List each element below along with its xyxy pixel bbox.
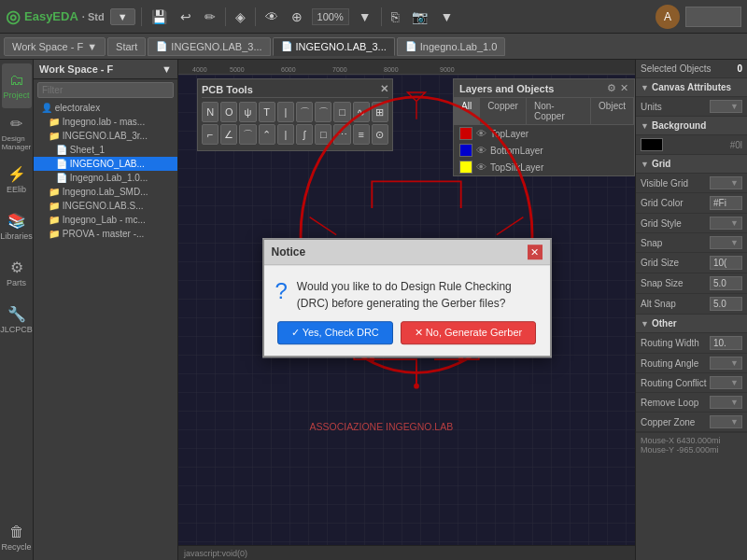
edit-icon[interactable]: ✏ — [201, 7, 219, 26]
sidebar-item-design[interactable]: ✏ DesignManager — [2, 110, 32, 155]
save-icon[interactable]: 💾 — [148, 7, 171, 26]
mouse-coords: Mouse-X 6430.000mi Mouse-Y -965.000mi — [636, 432, 747, 457]
sidebar-item-project[interactable]: 🗂 Project — [2, 63, 32, 108]
tree-item-8[interactable]: 📁 Ingegno_Lab - mc... — [34, 213, 177, 227]
alt-snap-value[interactable]: 5.0 — [710, 297, 742, 311]
workspace-dropdown-icon: ▼ — [87, 41, 97, 52]
tab-start[interactable]: Start — [107, 37, 146, 56]
grid-style-dropdown-icon: ▼ — [730, 218, 739, 228]
zoom-level[interactable]: 100% — [312, 8, 349, 25]
tree-item-3[interactable]: 📄 Sheet_1 — [34, 143, 177, 157]
grid-style-dropdown[interactable]: ▼ — [710, 217, 742, 230]
zoom-dropdown-icon[interactable]: ▼ — [355, 7, 375, 26]
eelib-label: EElib — [7, 185, 26, 194]
visible-grid-label: Visible Grid — [641, 178, 688, 189]
ruler-mark: 4000 — [192, 66, 207, 74]
workspace-dropdown[interactable]: Work Space - F ▼ — [4, 37, 106, 56]
grid-color-value[interactable]: #Fi — [710, 196, 742, 210]
routing-angle-label: Routing Angle — [641, 358, 698, 369]
jlcpcb-label: JLCPCB — [0, 325, 33, 334]
place-icon[interactable]: ◈ — [232, 7, 249, 26]
other-header: ▼ Other — [636, 315, 747, 333]
visible-grid-dropdown[interactable]: ▼ — [710, 176, 742, 189]
sidebar-item-eelib[interactable]: ⚡ EElib — [2, 157, 32, 202]
mouse-y-label: Mouse-Y — [641, 445, 674, 455]
app-title: EasyEDA — [24, 9, 78, 23]
recycle-label: Recycle — [2, 542, 32, 552]
tab-2[interactable]: 📄 INGEGNO.LAB_3... — [273, 37, 395, 56]
recycle-icon: 🗑 — [9, 524, 24, 540]
camera-icon[interactable]: 📷 — [408, 7, 431, 26]
copper-zone-dropdown[interactable]: ▼ — [710, 415, 742, 428]
notice-dialog-body: ? Would you like to do Design Rule Check… — [264, 265, 550, 321]
mouse-y-row: Mouse-Y -965.000mi — [641, 445, 742, 455]
canvas-attributes-header: ▼ Canvas Attributes — [636, 78, 747, 97]
sidebar-item-recycle[interactable]: 🗑 Recycle — [2, 515, 32, 560]
undo-icon[interactable]: ↩ — [176, 7, 195, 26]
sidebar-item-parts[interactable]: ⚙ Parts — [2, 250, 32, 295]
svg-line-9 — [310, 217, 337, 235]
snap-dropdown-icon: ▼ — [730, 238, 739, 247]
libraries-label: Libraries — [0, 231, 33, 241]
notice-no-btn[interactable]: ✕ No, Generate Gerber — [401, 321, 536, 344]
tab-3[interactable]: 📄 Ingegno.Lab_1.0 — [397, 37, 506, 56]
routing-angle-dropdown-icon: ▼ — [730, 358, 739, 368]
tree-item-9[interactable]: 📁 PROVA - master -... — [34, 227, 177, 241]
topbar: ◎ EasyEDA · Std ▼ 💾 ↩ ✏ ◈ 👁 ⊕ 100% ▼ ⎘ 📷… — [0, 0, 747, 34]
snap-dropdown[interactable]: ▼ — [710, 236, 742, 249]
snap-size-val: 5.0 — [713, 278, 726, 288]
routing-angle-dropdown[interactable]: ▼ — [710, 357, 742, 370]
routing-conflict-dropdown[interactable]: ▼ — [710, 376, 742, 389]
grid-label: Grid — [652, 159, 671, 169]
notice-dialog-header: Notice ✕ — [264, 240, 550, 265]
routing-conflict-label: Routing Conflict — [641, 378, 707, 388]
background-color-swatch[interactable] — [641, 138, 663, 151]
jlcpcb-icon: 🔧 — [7, 305, 26, 323]
zoom-in-icon[interactable]: ⊕ — [288, 7, 306, 26]
remove-loop-dropdown[interactable]: ▼ — [710, 396, 742, 409]
tree-item-1[interactable]: 📁 Ingegno.lab - mas... — [34, 115, 177, 129]
remove-loop-label: Remove Loop — [641, 398, 698, 408]
notice-close-btn[interactable]: ✕ — [528, 245, 543, 259]
tree-item-0[interactable]: 👤 electoralex — [34, 101, 177, 115]
tree-item-4[interactable]: 📄 INGEGNO_LAB... — [34, 157, 177, 171]
routing-conflict-dropdown-icon: ▼ — [730, 378, 739, 387]
avatar[interactable]: A — [655, 5, 680, 29]
grid-size-value[interactable]: 10( — [710, 256, 742, 270]
tab1-label: INGEGNO.LAB_3... — [171, 41, 261, 52]
topbar-search-input[interactable] — [685, 7, 741, 27]
sidebar-item-libraries[interactable]: 📚 Libraries — [2, 203, 32, 248]
routing-width-label: Routing Width — [641, 338, 699, 348]
tab-1[interactable]: 📄 INGEGNO.LAB_3... — [148, 37, 270, 56]
snap-size-value[interactable]: 5.0 — [710, 276, 742, 290]
file-menu-btn[interactable]: ▼ — [110, 8, 135, 25]
background-label: Background — [652, 120, 706, 131]
eelib-icon: ⚡ — [7, 165, 26, 183]
sidebar-item-jlcpcb[interactable]: 🔧 JLCPCB — [2, 297, 32, 342]
grid-color-hex: #Fi — [713, 198, 726, 208]
units-dropdown[interactable]: ▼ — [710, 100, 742, 113]
tree-item-6[interactable]: 📁 Ingegno.Lab_SMD... — [34, 185, 177, 199]
notice-yes-btn[interactable]: ✓ Yes, Check DRC — [277, 321, 393, 344]
tree-item-2[interactable]: 📁 INGEGNO.LAB_3r... — [34, 129, 177, 143]
filter-input[interactable] — [37, 82, 174, 98]
background-hex: #0l — [730, 140, 742, 150]
panel-dropdown-icon[interactable]: ▼ — [162, 63, 172, 75]
tree-item-7[interactable]: 📁 INGEGNO.LAB.S... — [34, 199, 177, 213]
grid-color-row: Grid Color #Fi — [636, 193, 747, 214]
export-icon[interactable]: ⎘ — [388, 7, 402, 26]
separator1 — [141, 7, 142, 26]
libraries-icon: 📚 — [7, 212, 26, 230]
separator3 — [255, 7, 256, 26]
parts-icon: ⚙ — [10, 259, 23, 276]
app-edition: · Std — [82, 11, 105, 22]
tree-item-5[interactable]: 📄 Ingegno.Lab_1.0... — [34, 171, 177, 185]
more-icon[interactable]: ▼ — [437, 7, 458, 26]
project-panel-header: Work Space - F ▼ — [34, 60, 177, 79]
project-panel-title: Work Space - F — [39, 63, 113, 75]
visible-grid-row: Visible Grid ▼ — [636, 174, 747, 193]
other-arrow-icon: ▼ — [641, 319, 649, 329]
view-icon[interactable]: 👁 — [261, 7, 282, 26]
routing-width-row: Routing Width 10. — [636, 333, 747, 354]
routing-width-value[interactable]: 10. — [710, 336, 742, 350]
